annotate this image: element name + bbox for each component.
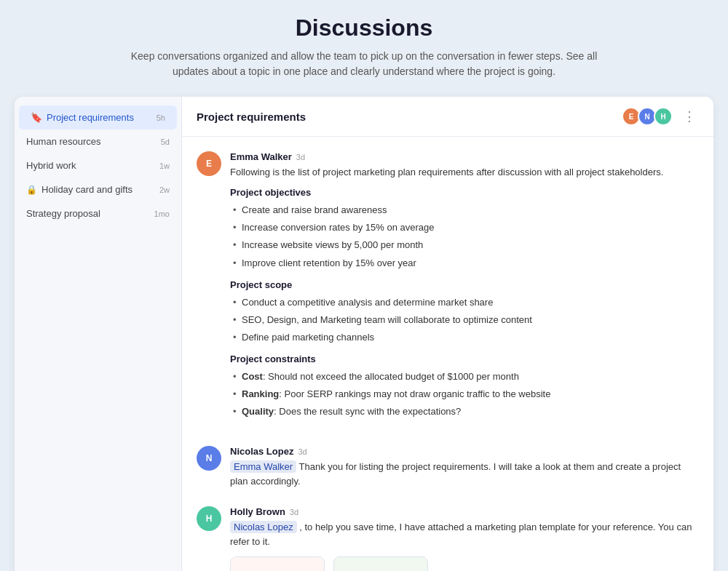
thread-title: Project requirements	[197, 111, 622, 123]
thread-avatar-2: H	[654, 107, 673, 126]
constraint-key: Ranking	[242, 388, 279, 399]
message-time: 3d	[296, 153, 305, 161]
message-meta: Nicolas Lopez3d	[230, 446, 699, 457]
page-subtitle: Keep conversations organized and allow t…	[124, 49, 604, 79]
sidebar-item-hybrid-work[interactable]: Hybrid work1w	[15, 153, 181, 177]
bullet-list: Conduct a competitive analysis and deter…	[230, 294, 699, 346]
lock-icon: 🔒	[26, 185, 37, 195]
constraint-key: Quality	[242, 406, 274, 417]
mention-tag: Emma Walker	[230, 460, 296, 473]
bullet-list: Create and raise brand awarenessIncrease…	[230, 201, 699, 272]
section-title: Project scope	[230, 279, 699, 290]
message-intro: Following is the list of project marketi…	[230, 165, 699, 180]
message-avatar: E	[197, 151, 221, 176]
message-msg2: NNicolas Lopez3dEmma Walker Thank you fo…	[197, 446, 699, 489]
attachment-card-att1[interactable]: 📄Marketing-plan...Proof this file2h	[230, 556, 325, 571]
bullet-item: SEO, Design, and Marketing team will col…	[230, 311, 699, 329]
bullet-item: Increase website views by 5,000 per mont…	[230, 236, 699, 254]
bullet-list: Cost: Should not exceed the allocated bu…	[230, 368, 699, 420]
bullet-item: Create and raise brand awareness	[230, 201, 699, 219]
thread-header: Project requirements ENH ⋮	[182, 97, 713, 137]
attachments-row: 📄Marketing-plan...Proof this file2hMarke…	[230, 556, 699, 571]
sidebar-item-human-resources[interactable]: Human resources5d	[15, 129, 181, 153]
bullet-item: Quality: Does the result sync with the e…	[230, 403, 699, 420]
main-content: Project requirements ENH ⋮ EEmma Walker3…	[182, 97, 713, 571]
messages-area: EEmma Walker3dFollowing is the list of p…	[182, 137, 713, 571]
message-text: Emma Walker Thank you for listing the pr…	[230, 460, 699, 489]
bullet-item: Define paid marketing channels	[230, 329, 699, 346]
bullet-item: Conduct a competitive analysis and deter…	[230, 294, 699, 311]
main-container: 🔖Project requirements5hHuman resources5d…	[15, 97, 713, 571]
constraint-key: Cost	[242, 371, 263, 382]
sidebar-item-time: 1mo	[154, 209, 170, 218]
sidebar: 🔖Project requirements5hHuman resources5d…	[15, 97, 182, 571]
message-author: Nicolas Lopez	[230, 446, 293, 457]
bullet-item: Increase conversion rates by 15% on aver…	[230, 219, 699, 236]
thread-avatars: ENH	[622, 107, 673, 126]
message-body: Emma Walker3dFollowing is the list of pr…	[230, 151, 699, 428]
thread-more-button[interactable]: ⋮	[680, 107, 699, 126]
page-header: Discussions Keep conversations organized…	[15, 15, 713, 79]
sidebar-item-time: 1w	[159, 161, 170, 170]
sidebar-item-time: 5h	[157, 113, 165, 122]
message-text: Nicolas Lopez , to help you save time, I…	[230, 520, 699, 549]
message-meta: Emma Walker3d	[230, 151, 699, 162]
sidebar-item-label: Strategy proposal	[26, 208, 150, 219]
message-body: Nicolas Lopez3dEmma Walker Thank you for…	[230, 446, 699, 489]
sidebar-item-holiday-card-gifts[interactable]: 🔒Holiday card and gifts2w	[15, 177, 181, 201]
bullet-item: Cost: Should not exceed the allocated bu…	[230, 368, 699, 386]
sidebar-item-label: Holiday card and gifts	[41, 184, 155, 195]
section-title: Project objectives	[230, 187, 699, 198]
bookmark-icon: 🔖	[31, 112, 42, 123]
page-title: Discussions	[15, 15, 713, 41]
mention-tag: Nicolas Lopez	[230, 521, 297, 533]
message-body: Holly Brown3dNicolas Lopez , to help you…	[230, 506, 699, 571]
message-msg1: EEmma Walker3dFollowing is the list of p…	[197, 151, 699, 428]
sidebar-item-time: 2w	[159, 185, 170, 194]
sidebar-item-label: Hybrid work	[26, 160, 155, 171]
attachment-card-att2[interactable]: Marketing-stra...Proof this file2h	[333, 556, 428, 571]
attachment-preview	[334, 557, 427, 571]
message-msg3: HHolly Brown3dNicolas Lopez , to help yo…	[197, 506, 699, 571]
bullet-item: Improve client retention by 15% over yea…	[230, 255, 699, 272]
sidebar-item-label: Human resources	[26, 136, 157, 147]
section-title: Project constraints	[230, 354, 699, 364]
attachment-preview: 📄	[231, 557, 324, 571]
image-preview-dots	[334, 566, 427, 571]
sidebar-item-project-requirements[interactable]: 🔖Project requirements5h	[19, 105, 177, 129]
message-avatar: H	[197, 506, 221, 531]
bullet-item: Ranking: Poor SERP rankings may not draw…	[230, 386, 699, 403]
message-meta: Holly Brown3d	[230, 506, 699, 517]
sidebar-item-strategy-proposal[interactable]: Strategy proposal1mo	[15, 201, 181, 225]
message-avatar: N	[197, 446, 221, 471]
sidebar-item-label: Project requirements	[47, 112, 152, 123]
message-author: Holly Brown	[230, 506, 285, 517]
message-author: Emma Walker	[230, 151, 292, 162]
sidebar-item-time: 5d	[161, 137, 170, 146]
message-time: 3d	[290, 508, 298, 516]
message-time: 3d	[298, 447, 306, 456]
